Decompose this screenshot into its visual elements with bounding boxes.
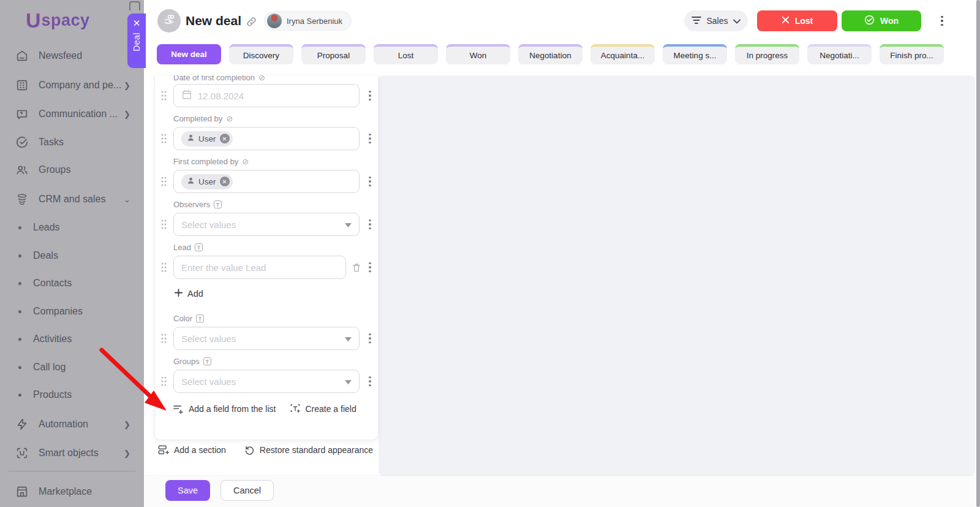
- cancel-button[interactable]: Cancel: [221, 480, 274, 501]
- modal-footer: Save Cancel: [144, 476, 980, 507]
- won-button[interactable]: Won: [842, 10, 921, 31]
- hidden-field-icon: ⊘: [258, 75, 265, 82]
- trash-icon[interactable]: [350, 261, 363, 274]
- won-label: Won: [880, 16, 899, 26]
- field-label-text: Lead: [173, 243, 191, 252]
- field-menu[interactable]: [364, 218, 375, 231]
- header-more-menu[interactable]: [932, 10, 952, 31]
- field-menu[interactable]: [364, 332, 375, 345]
- deal-settings-modal: New deal Iryna Serbeniuk Sales Lost Won …: [144, 0, 980, 507]
- app-root: Uspacy Newsfeed Company and pe... ❯ Comm…: [0, 0, 980, 507]
- kebab-icon: [941, 16, 943, 26]
- drag-handle-icon[interactable]: [161, 219, 167, 229]
- chip-remove-icon[interactable]: ✕: [220, 177, 230, 186]
- stage-pill-acquaintance[interactable]: Acquainta...: [590, 44, 655, 64]
- chip-label: User: [198, 134, 216, 143]
- user-chip[interactable]: User ✕: [181, 131, 233, 147]
- filter-icon: [692, 16, 701, 26]
- date-input[interactable]: [198, 91, 352, 101]
- color-select[interactable]: Select values: [173, 327, 360, 350]
- owner-avatar: [267, 13, 282, 28]
- add-value-button[interactable]: Add: [175, 289, 203, 299]
- window-scrollbar[interactable]: [976, 0, 980, 507]
- stage-pill-finish[interactable]: Finish pro...: [880, 44, 944, 64]
- lost-label: Lost: [795, 16, 813, 26]
- owner-chip[interactable]: Iryna Serbeniuk: [264, 11, 352, 31]
- observers-select[interactable]: Select values: [173, 213, 360, 236]
- pipeline-stages: New deal Discovery Proposal Lost Won Neg…: [157, 44, 944, 64]
- kebab-icon: [369, 334, 371, 344]
- field-menu[interactable]: [364, 375, 375, 387]
- section-plus-icon: [158, 445, 169, 455]
- restore-appearance-button[interactable]: Restore standard appearance: [244, 444, 373, 455]
- drag-handle-icon[interactable]: [161, 262, 167, 272]
- add-value-label: Add: [187, 289, 203, 299]
- field-label-text: Groups: [173, 357, 200, 366]
- field-label-text: Observers: [173, 200, 210, 209]
- field-menu[interactable]: [364, 132, 375, 145]
- funnel-selector[interactable]: Sales: [684, 10, 748, 31]
- add-field-from-list-button[interactable]: Add a field from the list: [173, 404, 276, 414]
- stage-pill-in-progress[interactable]: In progress: [735, 44, 799, 64]
- kebab-icon: [369, 219, 371, 230]
- lead-input[interactable]: [181, 262, 338, 273]
- deal-type-avatar: [157, 9, 181, 32]
- drag-handle-icon[interactable]: [161, 334, 167, 343]
- groups-select[interactable]: Select values: [173, 370, 360, 393]
- save-button[interactable]: Save: [165, 480, 210, 501]
- stage-pill-discovery[interactable]: Discovery: [229, 44, 293, 64]
- field-label: Groups T: [173, 357, 211, 366]
- fields-editor-card: Date of first completion ⊘ Completed by …: [154, 75, 379, 440]
- add-section-label: Add a section: [174, 445, 226, 455]
- select-placeholder: Select values: [181, 219, 339, 230]
- stage-pill-won[interactable]: Won: [446, 44, 510, 64]
- stage-pill-negotiation[interactable]: Negotiation: [518, 44, 582, 64]
- lost-button[interactable]: Lost: [757, 10, 837, 31]
- add-section-button[interactable]: Add a section: [158, 445, 226, 455]
- stage-pill-lost[interactable]: Lost: [374, 44, 438, 64]
- add-field-label: Add a field from the list: [189, 404, 276, 414]
- chip-remove-icon[interactable]: ✕: [220, 134, 230, 143]
- field-type-icon: T: [195, 243, 203, 251]
- deal-handshake-icon: [162, 13, 176, 29]
- field-label: First completed by ⊘: [173, 157, 249, 166]
- drag-handle-icon[interactable]: [161, 91, 167, 101]
- drag-handle-icon[interactable]: [161, 376, 167, 386]
- first-completed-by-field[interactable]: User ✕: [173, 170, 360, 193]
- stage-pill-negotiation-2[interactable]: Negotiati...: [807, 44, 872, 64]
- select-placeholder: Select values: [181, 376, 339, 387]
- kebab-icon: [369, 376, 371, 387]
- check-circle-icon: [864, 15, 875, 27]
- user-chip[interactable]: User ✕: [181, 174, 233, 189]
- field-menu[interactable]: [364, 90, 375, 102]
- stage-pill-meeting[interactable]: Meeting s...: [663, 44, 727, 64]
- caret-down-icon: [345, 376, 352, 387]
- deal-tab-label: Deal: [132, 32, 141, 51]
- create-field-button[interactable]: Create a field: [290, 404, 356, 414]
- hidden-field-icon: ⊘: [242, 157, 249, 166]
- plus-icon: [175, 289, 183, 299]
- list-plus-icon: [173, 405, 184, 414]
- date-field[interactable]: [173, 84, 360, 107]
- text-field-plus-icon: [290, 404, 300, 414]
- field-label: Completed by ⊘: [173, 114, 233, 123]
- field-menu[interactable]: [364, 175, 375, 188]
- close-icon[interactable]: ✕: [133, 18, 141, 28]
- field-label: Observers T: [173, 200, 222, 209]
- stage-pill-proposal[interactable]: Proposal: [301, 44, 366, 64]
- field-type-icon: T: [214, 200, 222, 208]
- field-menu[interactable]: [364, 261, 375, 273]
- lead-field[interactable]: [173, 256, 346, 279]
- field-label-text: Completed by: [173, 114, 222, 123]
- field-label-text: Color: [173, 314, 192, 323]
- stage-pill-new-deal[interactable]: New deal: [157, 44, 221, 64]
- completed-by-field[interactable]: User ✕: [173, 127, 360, 150]
- chevron-down-icon: [733, 16, 741, 26]
- card-actions: Add a field from the list Create a field: [173, 404, 356, 414]
- scrollbar-thumb[interactable]: [976, 0, 980, 507]
- drag-handle-icon[interactable]: [161, 134, 167, 143]
- deal-side-tab[interactable]: ✕ Deal: [127, 13, 146, 68]
- x-icon: [782, 16, 790, 26]
- drag-handle-icon[interactable]: [161, 177, 167, 186]
- copy-link-icon[interactable]: [246, 16, 257, 30]
